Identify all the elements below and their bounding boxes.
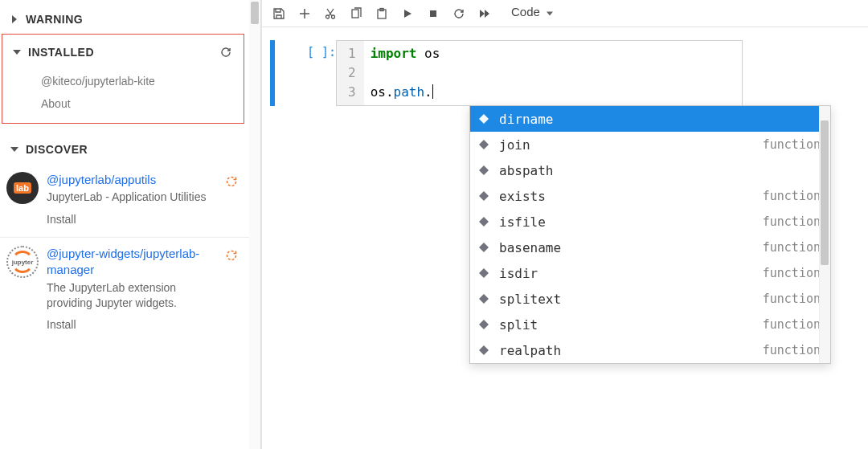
- autocomplete-item[interactable]: joinfunction: [470, 132, 830, 157]
- section-installed-highlight: INSTALLED @kiteco/jupyterlab-kite About: [2, 34, 244, 124]
- autocomplete-item-type: function: [763, 137, 821, 152]
- autocomplete-item-name: basename: [499, 240, 763, 255]
- save-icon[interactable]: [267, 2, 291, 25]
- scrollbar-thumb[interactable]: [251, 2, 259, 24]
- jupyter-logo-icon: jupyter: [6, 246, 39, 278]
- installed-item-about[interactable]: About: [2, 92, 244, 115]
- autocomplete-item-name: isdir: [499, 266, 763, 281]
- kite-diamond-icon: [477, 163, 491, 178]
- code-cell[interactable]: [ ]: 1 2 3 import os os.path.: [270, 40, 860, 106]
- kite-diamond-icon: [477, 317, 491, 332]
- autocomplete-popup[interactable]: dirnamejoinfunctionabspathexistsfunction…: [469, 105, 831, 364]
- caret-down-icon: [10, 48, 23, 56]
- caret-right-icon: [8, 15, 21, 23]
- ext-desc: JupyterLab - Application Utilities: [47, 190, 222, 205]
- run-icon[interactable]: [395, 2, 420, 25]
- autocomplete-item-type: function: [763, 292, 821, 306]
- autocomplete-item-type: function: [763, 214, 821, 229]
- svg-rect-5: [430, 10, 436, 17]
- scrollbar-thumb[interactable]: [821, 120, 829, 265]
- autocomplete-item-type: function: [763, 189, 821, 203]
- section-warning[interactable]: WARNING: [0, 0, 249, 34]
- section-warning-label: WARNING: [21, 13, 241, 26]
- autocomplete-scrollbar[interactable]: [819, 106, 830, 363]
- add-cell-icon[interactable]: [293, 2, 317, 25]
- install-button[interactable]: Install: [47, 213, 222, 226]
- kite-diamond-icon: [477, 343, 491, 357]
- jupyterlab-logo-icon: lab: [6, 172, 39, 204]
- section-discover[interactable]: DISCOVER: [0, 130, 249, 164]
- paste-icon[interactable]: [370, 2, 394, 25]
- kite-diamond-icon: [477, 137, 491, 152]
- autocomplete-item[interactable]: dirname: [470, 106, 830, 132]
- kite-diamond-icon: [477, 189, 491, 203]
- run-all-icon[interactable]: [473, 2, 497, 25]
- autocomplete-item[interactable]: existsfunction: [470, 183, 830, 209]
- line-gutter: 1 2 3: [337, 41, 364, 105]
- copy-icon[interactable]: [344, 2, 368, 25]
- autocomplete-item-type: function: [763, 317, 821, 332]
- stop-icon[interactable]: [421, 2, 445, 25]
- caret-down-icon: [8, 145, 21, 153]
- kite-diamond-icon: [477, 240, 491, 255]
- ext-title[interactable]: @jupyterlab/apputils: [47, 172, 222, 188]
- ext-desc: The JupyterLab extension providing Jupyt…: [47, 280, 222, 311]
- restart-icon[interactable]: [447, 2, 471, 25]
- extension-sidebar: WARNING INSTALLED @kiteco/jupyterlab-kit…: [0, 0, 261, 449]
- autocomplete-item-type: function: [763, 266, 821, 280]
- discover-item-apputils[interactable]: lab @jupyterlab/apputils JupyterLab - Ap…: [0, 164, 249, 238]
- autocomplete-item[interactable]: basenamefunction: [470, 235, 830, 260]
- cell-type-value: Code: [505, 3, 558, 24]
- autocomplete-item-name: split: [499, 317, 763, 333]
- cell-type-select[interactable]: Code: [498, 3, 558, 24]
- kite-diamond-icon: [477, 112, 491, 126]
- autocomplete-item[interactable]: splitextfunction: [470, 286, 830, 312]
- svg-rect-2: [352, 10, 358, 18]
- notebook-toolbar: Code: [262, 0, 868, 27]
- refresh-icon[interactable]: [216, 43, 235, 62]
- kite-diamond-icon: [477, 214, 491, 229]
- code-editor[interactable]: import os os.path.: [364, 41, 742, 105]
- kite-diamond-icon: [477, 292, 491, 306]
- section-installed-label: INSTALLED: [23, 46, 216, 59]
- autocomplete-item[interactable]: splitfunction: [470, 312, 830, 337]
- autocomplete-item-name: join: [499, 137, 763, 153]
- section-discover-label: DISCOVER: [21, 143, 241, 156]
- ext-title[interactable]: @jupyter-widgets/jupyterlab-manager: [47, 246, 222, 279]
- cell-active-indicator: [270, 40, 275, 106]
- install-button[interactable]: Install: [47, 318, 222, 331]
- autocomplete-item-type: function: [763, 240, 821, 255]
- refresh-orange-icon[interactable]: [222, 172, 241, 191]
- autocomplete-item[interactable]: isfilefunction: [470, 209, 830, 235]
- text-cursor: [432, 84, 433, 99]
- autocomplete-item[interactable]: abspath: [470, 157, 830, 183]
- cut-icon[interactable]: [318, 2, 342, 25]
- section-installed[interactable]: INSTALLED: [2, 35, 244, 70]
- sidebar-scrollbar[interactable]: [249, 0, 260, 449]
- autocomplete-item-name: exists: [499, 189, 763, 204]
- cell-prompt: [ ]:: [293, 40, 336, 59]
- autocomplete-item-name: abspath: [499, 163, 821, 178]
- autocomplete-item[interactable]: isdirfunction: [470, 260, 830, 286]
- autocomplete-item-type: function: [763, 343, 821, 357]
- autocomplete-item-name: isfile: [499, 214, 763, 230]
- discover-item-widgets[interactable]: jupyter @jupyter-widgets/jupyterlab-mana…: [0, 238, 249, 342]
- installed-item-kite[interactable]: @kiteco/jupyterlab-kite: [2, 70, 244, 92]
- autocomplete-item-name: realpath: [499, 343, 763, 358]
- kite-diamond-icon: [477, 266, 491, 280]
- autocomplete-item-name: dirname: [499, 112, 821, 127]
- autocomplete-item[interactable]: realpathfunction: [470, 337, 830, 363]
- autocomplete-item-name: splitext: [499, 292, 763, 307]
- refresh-orange-icon[interactable]: [222, 246, 241, 265]
